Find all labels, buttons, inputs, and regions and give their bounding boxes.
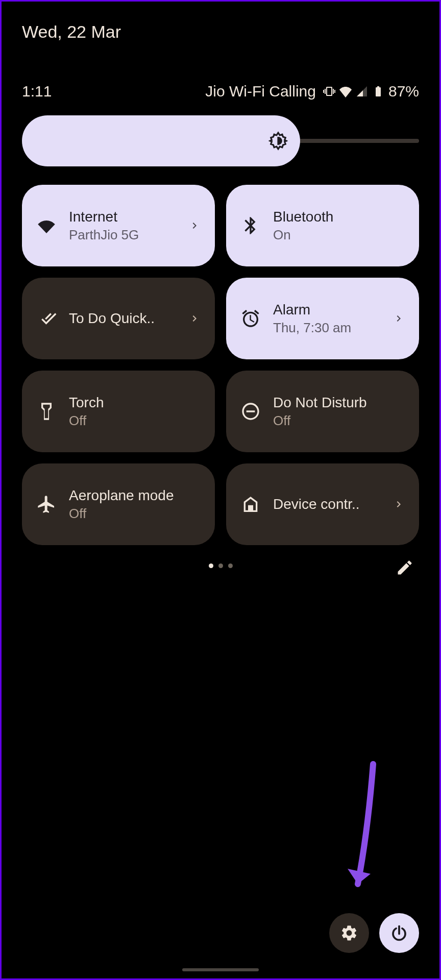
brightness-icon <box>268 131 288 151</box>
signal-icon <box>356 85 368 97</box>
torch-tile[interactable]: TorchOff <box>22 371 215 452</box>
chevron-right-icon <box>393 312 405 325</box>
settings-button[interactable] <box>329 913 369 953</box>
chevron-right-icon <box>188 312 201 325</box>
tile-subtitle: Off <box>69 413 201 429</box>
bluetooth-tile[interactable]: BluetoothOn <box>226 185 419 266</box>
tile-title: Aeroplane mode <box>69 487 201 504</box>
tile-title: Bluetooth <box>273 209 405 225</box>
bluetooth-icon <box>240 215 261 236</box>
chevron-right-icon <box>393 498 405 510</box>
tile-subtitle: ParthJio 5G <box>69 227 184 243</box>
todo-tile[interactable]: To Do Quick.. <box>22 278 215 359</box>
gear-icon <box>340 924 358 942</box>
dnd-tile[interactable]: Do Not DisturbOff <box>226 371 419 452</box>
carrier-label: Jio Wi-Fi Calling <box>205 83 316 100</box>
vibrate-icon <box>323 85 335 97</box>
tile-title: To Do Quick.. <box>69 310 184 327</box>
edit-icon[interactable] <box>396 558 414 577</box>
device-controls-tile[interactable]: Device contr.. <box>226 463 419 545</box>
status-bar: 1:11 Jio Wi-Fi Calling 87% <box>22 83 419 100</box>
pagination-dots[interactable] <box>22 564 419 568</box>
battery-percent: 87% <box>388 83 419 100</box>
arrow-annotation <box>342 759 394 902</box>
wifi-status-icon <box>339 85 352 97</box>
tile-subtitle: Off <box>69 506 201 522</box>
brightness-slider[interactable] <box>22 115 419 166</box>
wifi-icon <box>36 215 57 236</box>
power-icon <box>390 924 408 942</box>
torch-icon <box>36 401 57 422</box>
check-icon <box>36 308 57 329</box>
nav-bar[interactable] <box>182 968 259 971</box>
chevron-right-icon <box>188 219 201 232</box>
tile-subtitle: Off <box>273 413 405 429</box>
tile-title: Do Not Disturb <box>273 395 405 411</box>
power-button[interactable] <box>379 913 419 953</box>
time: 1:11 <box>22 83 52 100</box>
airplane-icon <box>36 494 57 514</box>
alarm-icon <box>240 308 261 329</box>
tile-title: Internet <box>69 209 184 225</box>
alarm-tile[interactable]: AlarmThu, 7:30 am <box>226 278 419 359</box>
tile-title: Alarm <box>273 302 388 318</box>
tile-title: Device contr.. <box>273 496 388 512</box>
date-header: Wed, 22 Mar <box>22 22 419 42</box>
battery-icon <box>372 85 384 97</box>
airplane-tile[interactable]: Aeroplane modeOff <box>22 463 215 545</box>
tile-title: Torch <box>69 395 201 411</box>
dnd-icon <box>240 401 261 422</box>
tile-subtitle: Thu, 7:30 am <box>273 320 388 336</box>
tile-subtitle: On <box>273 227 405 243</box>
home-icon <box>240 494 261 514</box>
internet-tile[interactable]: InternetParthJio 5G <box>22 185 215 266</box>
